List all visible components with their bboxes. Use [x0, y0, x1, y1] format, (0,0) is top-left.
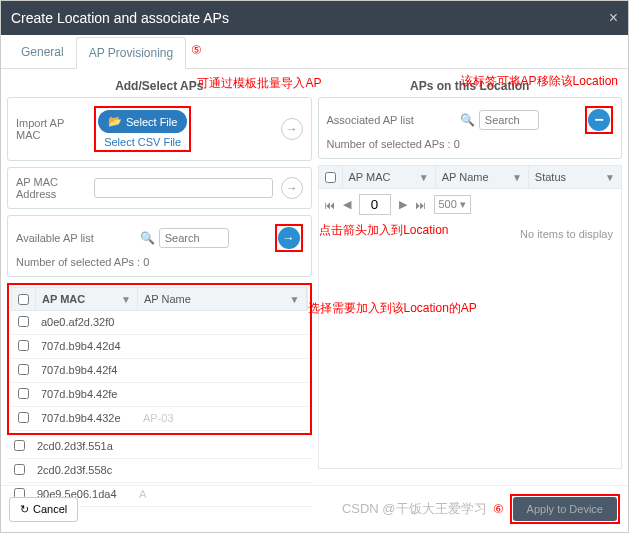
assoc-table-head: AP MAC▼ AP Name▼ Status▼ [318, 165, 623, 189]
mac-input[interactable] [94, 178, 273, 198]
avail-table-head: AP MAC▼ AP Name▼ [11, 287, 308, 311]
row-mac: 707d.b9b4.42fe [35, 383, 137, 406]
avail-label: Available AP list [16, 232, 94, 244]
row-mac: a0e0.af2d.32f0 [35, 311, 137, 334]
assoc-label: Associated AP list [327, 114, 414, 126]
row-name [137, 383, 308, 406]
row-mac: 707d.b9b4.42d4 [35, 335, 137, 358]
annotation-6: ⑥ [493, 502, 504, 516]
assoc-select-all[interactable] [325, 172, 336, 183]
table-row[interactable]: 707d.b9b4.42fe [11, 383, 308, 407]
row-mac: 2cd0.2d3f.558c [31, 459, 133, 482]
row-checkbox[interactable] [18, 340, 29, 351]
modal: Create Location and associate APs × Gene… [0, 0, 629, 533]
col-status-r[interactable]: Status [535, 171, 566, 183]
import-label: Import AP MAC [16, 117, 86, 141]
table-row[interactable]: 707d.b9b4.432e AP-03 [11, 407, 308, 431]
annotation-5: ⑤ [191, 43, 202, 57]
search-icon: 🔍 [140, 231, 155, 245]
mac-label: AP MAC Address [16, 176, 86, 200]
row-checkbox[interactable] [18, 364, 29, 375]
row-name [137, 359, 308, 382]
folder-icon: 📂 [108, 115, 122, 128]
row-name [133, 459, 312, 482]
row-checkbox[interactable] [18, 316, 29, 327]
table-row[interactable]: 707d.b9b4.42d4 [11, 335, 308, 359]
annot-remove: 该标签可将AP移除该Location [461, 74, 618, 88]
row-checkbox[interactable] [18, 388, 29, 399]
available-panel: Available AP list 🔍 → Number of selected… [7, 215, 312, 277]
table-row[interactable]: 2cd0.2d3f.558c [7, 459, 312, 483]
annot-select: 选择需要加入到该Location的AP [308, 300, 477, 317]
footer: ↻ Cancel CSDN @干饭大王爱学习 ⑥ Apply to Device [1, 485, 628, 532]
row-checkbox[interactable] [14, 464, 25, 475]
undo-icon: ↻ [20, 503, 29, 516]
filter-icon[interactable]: ▼ [512, 172, 522, 183]
remove-button[interactable]: − [588, 109, 610, 131]
pager-next-icon[interactable]: ▶ [399, 198, 407, 211]
select-file-button[interactable]: 📂 Select File [98, 110, 187, 133]
import-panel: Import AP MAC 📂 Select File Select CSV F… [7, 97, 312, 161]
row-name [133, 435, 312, 458]
right-column: APs on this Location 该标签可将AP移除该Location … [318, 75, 623, 507]
filter-icon[interactable]: ▼ [605, 172, 615, 183]
avail-count: Number of selected APs : 0 [16, 256, 303, 268]
assoc-panel: Associated AP list 🔍 − Number of selecte… [318, 97, 623, 159]
select-file-label: Select File [126, 116, 177, 128]
annot-import: 可通过模板批量导入AP [197, 75, 321, 92]
annot-arrow: 点击箭头加入到Location [319, 222, 448, 239]
cancel-button[interactable]: ↻ Cancel [9, 497, 78, 522]
table-row[interactable]: a0e0.af2d.32f0 [11, 311, 308, 335]
row-name [137, 335, 308, 358]
avail-rows: a0e0.af2d.32f0 707d.b9b4.42d4 707d.b9b4.… [11, 311, 308, 431]
import-arrow-button[interactable]: → [281, 118, 303, 140]
col-name-r[interactable]: AP Name [442, 171, 489, 183]
tab-ap-provisioning[interactable]: AP Provisioning [76, 37, 187, 69]
row-mac: 2cd0.2d3f.551a [31, 435, 133, 458]
table-row[interactable]: 707d.b9b4.42f4 [11, 359, 308, 383]
row-name [137, 311, 308, 334]
col-mac[interactable]: AP MAC [42, 293, 85, 305]
modal-title: Create Location and associate APs [11, 10, 229, 26]
left-column: Add/Select APs 可通过模板批量导入AP Import AP MAC… [7, 75, 312, 507]
pager-first-icon[interactable]: ⏮ [324, 199, 335, 211]
row-mac: 707d.b9b4.432e [35, 407, 137, 430]
titlebar: Create Location and associate APs × [1, 1, 628, 35]
add-to-location-button[interactable]: → [278, 227, 300, 249]
assoc-search-input[interactable] [479, 110, 539, 130]
pager-last-icon[interactable]: ⏭ [415, 199, 426, 211]
filter-icon[interactable]: ▼ [121, 294, 131, 305]
body: Add/Select APs 可通过模板批量导入AP Import AP MAC… [1, 69, 628, 513]
pager-prev-icon[interactable]: ◀ [343, 198, 351, 211]
apply-button[interactable]: Apply to Device [513, 497, 617, 521]
filter-icon[interactable]: ▼ [419, 172, 429, 183]
col-name[interactable]: AP Name [144, 293, 191, 305]
row-name: AP-03 [137, 407, 308, 430]
cancel-label: Cancel [33, 503, 67, 515]
filter-icon[interactable]: ▼ [290, 294, 300, 305]
search-icon: 🔍 [460, 113, 475, 127]
avail-search-input[interactable] [159, 228, 229, 248]
assoc-count: Number of selected APs : 0 [327, 138, 614, 150]
row-mac: 707d.b9b4.42f4 [35, 359, 137, 382]
row-checkbox[interactable] [14, 440, 25, 451]
pager-page-input[interactable] [359, 194, 391, 215]
pager-size-select[interactable]: 500 ▾ [434, 195, 471, 214]
mac-arrow-button[interactable]: → [281, 177, 303, 199]
tab-general[interactable]: General [9, 37, 76, 68]
select-csv-link[interactable]: Select CSV File [98, 136, 187, 148]
tabs: General AP Provisioning ⑤ [1, 37, 628, 69]
col-mac-r[interactable]: AP MAC [349, 171, 391, 183]
close-icon[interactable]: × [609, 9, 618, 27]
pager: ⏮ ◀ ▶ ⏭ 500 ▾ [319, 189, 622, 220]
watermark: CSDN @干饭大王爱学习 [342, 500, 487, 518]
row-checkbox[interactable] [18, 412, 29, 423]
table-row[interactable]: 2cd0.2d3f.551a [7, 435, 312, 459]
select-all-checkbox[interactable] [18, 294, 29, 305]
mac-panel: AP MAC Address → [7, 167, 312, 209]
